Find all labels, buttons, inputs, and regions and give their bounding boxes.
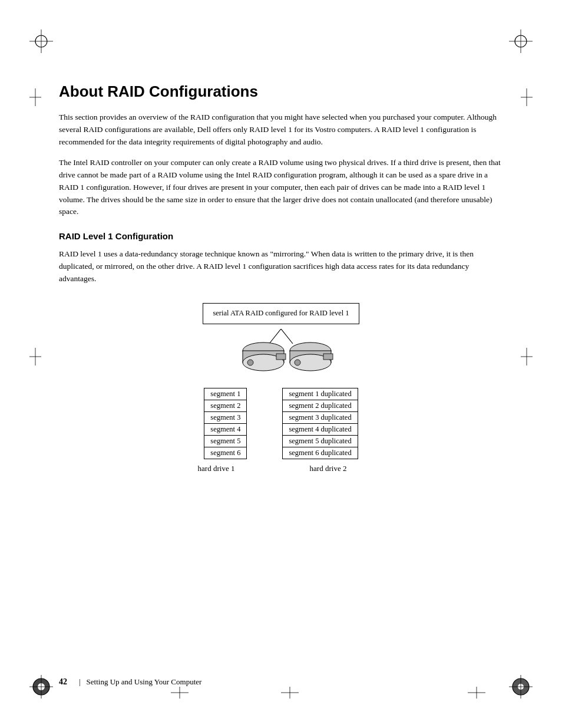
segment-cell-left: segment 5 [204,435,247,447]
svg-line-28 [269,329,281,344]
segment-cell-left: segment 2 [204,400,247,411]
svg-point-34 [247,360,253,365]
raid-label-box: serial ATA RAID configured for RAID leve… [203,303,359,324]
drive-labels: hard drive 1 hard drive 2 [187,464,375,473]
corner-mark-tl [29,29,53,53]
corner-mark-bl [29,675,53,699]
section-heading: RAID Level 1 Configuration [59,231,503,241]
svg-point-39 [295,360,300,365]
footer-separator: | [79,677,81,687]
segments-table-left: segment 1segment 2segment 3segment 4segm… [204,388,247,459]
segment-cell-left: segment 1 [204,388,247,400]
segment-cell-left: segment 4 [204,423,247,435]
page: About RAID Configurations This section p… [0,0,562,728]
tick-right-mid [521,348,533,365]
tick-left-top [29,88,41,106]
segment-cell-left: segment 6 [204,447,247,459]
segment-cell-right: segment 6 duplicated [283,447,358,459]
section-paragraph: RAID level 1 uses a data-redundancy stor… [59,248,503,285]
tick-bottom-left [171,687,189,699]
raid-box-text: serial ATA RAID configured for RAID leve… [213,309,349,317]
raid-diagram: serial ATA RAID configured for RAID leve… [59,303,503,473]
tick-bottom-right [468,687,485,699]
page-footer: 42 | Setting Up and Using Your Computer [59,677,503,687]
intro-paragraph-1: This section provides an overview of the… [59,111,503,149]
corner-mark-br [509,675,533,699]
main-content: About RAID Configurations This section p… [59,83,503,473]
drive-label-2: hard drive 2 [281,464,375,473]
intro-paragraph-2: The Intel RAID controller on your comput… [59,157,503,219]
svg-line-29 [281,329,293,344]
segment-cell-left: segment 3 [204,411,247,423]
drive-label-1: hard drive 1 [187,464,246,473]
page-number: 42 [59,677,67,687]
tick-left-mid [29,348,41,365]
corner-mark-tr [509,29,533,53]
tick-bottom-mid [281,687,299,699]
svg-rect-33 [276,354,286,360]
segment-cell-right: segment 2 duplicated [283,400,358,411]
footer-text: Setting Up and Using Your Computer [87,677,202,687]
drives-illustration [228,329,334,376]
segment-cell-right: segment 1 duplicated [283,388,358,400]
segments-table-right: segment 1 duplicatedsegment 2 duplicated… [282,388,358,459]
segment-cell-right: segment 5 duplicated [283,435,358,447]
page-title: About RAID Configurations [59,83,503,101]
segment-cell-right: segment 4 duplicated [283,423,358,435]
segment-cell-right: segment 3 duplicated [283,411,358,423]
svg-rect-38 [323,354,333,360]
segments-container: segment 1segment 2segment 3segment 4segm… [204,388,358,459]
tick-right-top [521,88,533,106]
